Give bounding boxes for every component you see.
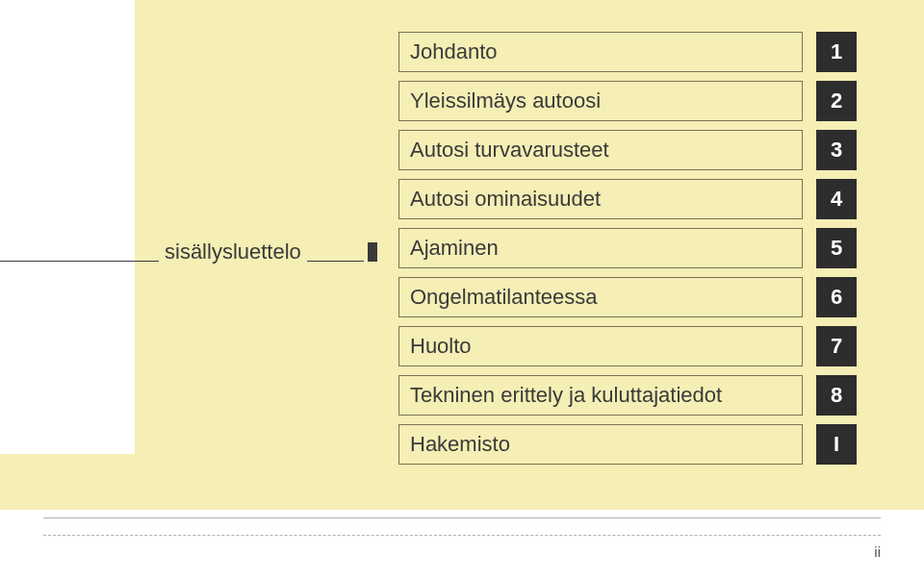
page-number: ii: [874, 543, 881, 560]
left-white-margin: [0, 0, 135, 454]
toc-row: Johdanto 1: [398, 32, 857, 72]
toc-item-title: Johdanto: [398, 32, 803, 72]
bottom-white-area: [0, 510, 924, 580]
toc-item-title: Tekninen erittely ja kuluttajatiedot: [398, 375, 803, 416]
toc-item-number: 3: [816, 130, 857, 170]
toc-item-number: 2: [816, 81, 857, 121]
toc-item-number: I: [816, 424, 857, 465]
toc-list: Johdanto 1 Yleissilmäys autoosi 2 Autosi…: [398, 32, 857, 473]
footer-rule-solid: [43, 517, 881, 518]
toc-row: Autosi turvavarusteet 3: [398, 130, 857, 170]
toc-item-number: 8: [816, 375, 857, 416]
toc-item-number: 5: [816, 228, 857, 268]
toc-row: Ongelmatilanteessa 6: [398, 277, 857, 317]
toc-item-title: Huolto: [398, 326, 803, 366]
toc-item-title: Autosi ominaisuudet: [398, 179, 803, 219]
toc-item-title: Ongelmatilanteessa: [398, 277, 803, 317]
toc-item-title: Ajaminen: [398, 228, 803, 268]
toc-row: Hakemisto I: [398, 424, 857, 465]
toc-item-number: 6: [816, 277, 857, 317]
toc-item-title: Autosi turvavarusteet: [398, 130, 803, 170]
toc-row: Tekninen erittely ja kuluttajatiedot 8: [398, 375, 857, 416]
toc-item-title: Hakemisto: [398, 424, 803, 465]
toc-item-number: 7: [816, 326, 857, 366]
toc-label-marker: [368, 242, 377, 262]
toc-row: Yleissilmäys autoosi 2: [398, 81, 857, 121]
toc-item-number: 1: [816, 32, 857, 72]
toc-row: Autosi ominaisuudet 4: [398, 179, 857, 219]
toc-row: Huolto 7: [398, 326, 857, 366]
toc-row: Ajaminen 5: [398, 228, 857, 268]
toc-label: sisällysluettelo: [159, 240, 307, 265]
toc-item-title: Yleissilmäys autoosi: [398, 81, 803, 121]
footer-rule-dashed: [43, 535, 881, 536]
toc-item-number: 4: [816, 179, 857, 219]
